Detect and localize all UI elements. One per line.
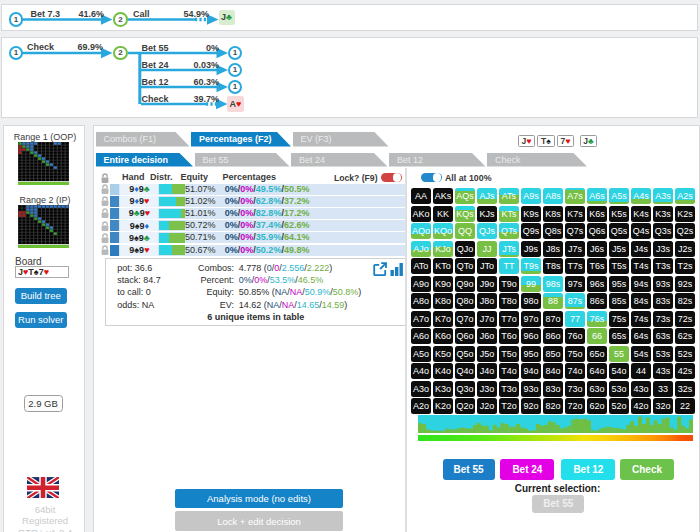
matrix-cell-J9o[interactable]: J9o [477, 276, 497, 292]
matrix-cell-98s[interactable]: 98s [543, 276, 563, 292]
matrix-cell-A7s[interactable]: A7s [565, 188, 585, 204]
matrix-cell-J5o[interactable]: J5o [477, 346, 497, 362]
row-lock-icon[interactable] [100, 184, 110, 195]
table-row[interactable]: 9♠9♦50.72%0%/0%/37.4%/62.6% [94, 220, 407, 231]
matrix-cell-94s[interactable]: 94s [631, 276, 651, 292]
matrix-cell-T4s[interactable]: T4s [631, 258, 651, 274]
matrix-cell-K2o[interactable]: K2o [433, 398, 453, 414]
matrix-cell-Q9o[interactable]: Q9o [455, 276, 475, 292]
lock-edit-button[interactable]: Lock + edit decision [175, 511, 343, 531]
matrix-cell-86o[interactable]: 86o [543, 328, 563, 344]
matrix-cell-86s[interactable]: 86s [587, 293, 607, 309]
matrix-cell-93o[interactable]: 93o [521, 381, 541, 397]
range2-preview-grid[interactable] [18, 205, 69, 248]
matrix-cell-Q5s[interactable]: Q5s [609, 223, 629, 239]
select-action-bet-12[interactable]: Bet 12 [561, 459, 615, 480]
tree2-branch-action[interactable]: Bet 12 [142, 77, 169, 87]
range1-preview-grid[interactable] [18, 142, 69, 185]
matrix-cell-JTs[interactable]: JTs [499, 241, 519, 257]
matrix-cell-A6s[interactable]: A6s [587, 188, 607, 204]
matrix-cell-88[interactable]: 88 [543, 293, 563, 309]
matrix-cell-52o[interactable]: 52o [609, 398, 629, 414]
matrix-cell-Q5o[interactable]: Q5o [455, 346, 475, 362]
matrix-cell-J6s[interactable]: J6s [587, 241, 607, 257]
row-lock-icon[interactable] [100, 208, 110, 219]
matrix-cell-T5s[interactable]: T5s [609, 258, 629, 274]
node-tab-bet-12[interactable]: Bet 12 [389, 153, 486, 167]
matrix-cell-83o[interactable]: 83o [543, 381, 563, 397]
matrix-cell-JJ[interactable]: JJ [477, 241, 497, 257]
matrix-cell-A2o[interactable]: A2o [411, 398, 431, 414]
matrix-cell-K8o[interactable]: K8o [433, 293, 453, 309]
matrix-cell-ATo[interactable]: ATo [411, 258, 431, 274]
analysis-mode-button[interactable]: Analysis mode (no edits) [175, 489, 343, 509]
matrix-cell-J7s[interactable]: J7s [565, 241, 585, 257]
matrix-cell-97s[interactable]: 97s [565, 276, 585, 292]
matrix-cell-92s[interactable]: 92s [675, 276, 695, 292]
matrix-cell-96o[interactable]: 96o [521, 328, 541, 344]
matrix-cell-53o[interactable]: 53o [609, 381, 629, 397]
matrix-cell-K9o[interactable]: K9o [433, 276, 453, 292]
matrix-cell-Q8o[interactable]: Q8o [455, 293, 475, 309]
matrix-cell-Q7s[interactable]: Q7s [565, 223, 585, 239]
matrix-cell-95s[interactable]: 95s [609, 276, 629, 292]
matrix-cell-52s[interactable]: 52s [675, 346, 695, 362]
matrix-cell-32o[interactable]: 32o [653, 398, 673, 414]
matrix-cell-T5o[interactable]: T5o [499, 346, 519, 362]
matrix-cell-43o[interactable]: 43o [631, 381, 651, 397]
matrix-cell-T6o[interactable]: T6o [499, 328, 519, 344]
matrix-cell-K5s[interactable]: K5s [609, 206, 629, 222]
matrix-cell-ATs[interactable]: ATs [499, 188, 519, 204]
matrix-cell-92o[interactable]: 92o [521, 398, 541, 414]
matrix-cell-84s[interactable]: 84s [631, 293, 651, 309]
matrix-cell-Q7o[interactable]: Q7o [455, 311, 475, 327]
matrix-cell-TT[interactable]: TT [499, 258, 519, 274]
matrix-cell-84o[interactable]: 84o [543, 363, 563, 379]
matrix-cell-55[interactable]: 55 [609, 346, 629, 362]
matrix-cell-AQo[interactable]: AQo [411, 223, 431, 239]
matrix-cell-A3s[interactable]: A3s [653, 188, 673, 204]
matrix-cell-KTs[interactable]: KTs [499, 206, 519, 222]
matrix-cell-K7o[interactable]: K7o [433, 311, 453, 327]
matrix-cell-74s[interactable]: 74s [631, 311, 651, 327]
row-lock-icon[interactable] [100, 245, 110, 256]
matrix-cell-Q2s[interactable]: Q2s [675, 223, 695, 239]
matrix-cell-AKo[interactable]: AKo [411, 206, 431, 222]
matrix-cell-J3o[interactable]: J3o [477, 381, 497, 397]
matrix-cell-65s[interactable]: 65s [609, 328, 629, 344]
matrix-cell-93s[interactable]: 93s [653, 276, 673, 292]
matrix-cell-97o[interactable]: 97o [521, 311, 541, 327]
matrix-cell-K6s[interactable]: K6s [587, 206, 607, 222]
run-solver-button[interactable]: Run solver [15, 312, 68, 328]
matrix-cell-A4s[interactable]: A4s [631, 188, 651, 204]
tab-combos-f1-[interactable]: Combos (F1) [96, 132, 190, 147]
matrix-cell-J5s[interactable]: J5s [609, 241, 629, 257]
select-action-bet-24[interactable]: Bet 24 [500, 459, 554, 480]
matrix-cell-KJs[interactable]: KJs [477, 206, 497, 222]
matrix-cell-T3o[interactable]: T3o [499, 381, 519, 397]
matrix-cell-K9s[interactable]: K9s [521, 206, 541, 222]
matrix-cell-Q3o[interactable]: Q3o [455, 381, 475, 397]
matrix-cell-85s[interactable]: 85s [609, 293, 629, 309]
matrix-cell-T2o[interactable]: T2o [499, 398, 519, 414]
matrix-cell-J2o[interactable]: J2o [477, 398, 497, 414]
node-tab-bet-55[interactable]: Bet 55 [195, 153, 290, 167]
matrix-cell-42o[interactable]: 42o [631, 398, 651, 414]
matrix-cell-Q2o[interactable]: Q2o [455, 398, 475, 414]
matrix-cell-53s[interactable]: 53s [653, 346, 673, 362]
matrix-cell-J8s[interactable]: J8s [543, 241, 563, 257]
tree1-leaf-card[interactable]: J♣ [219, 10, 235, 26]
row-lock-icon[interactable] [100, 221, 110, 232]
matrix-cell-K7s[interactable]: K7s [565, 206, 585, 222]
matrix-cell-42s[interactable]: 42s [675, 363, 695, 379]
matrix-cell-T8o[interactable]: T8o [499, 293, 519, 309]
matrix-cell-82s[interactable]: 82s [675, 293, 695, 309]
popout-icon[interactable] [372, 261, 388, 277]
matrix-cell-96s[interactable]: 96s [587, 276, 607, 292]
matrix-cell-JTo[interactable]: JTo [477, 258, 497, 274]
tab-percentages-f2-[interactable]: Percentages (F2) [191, 132, 291, 147]
tree2-edge1-action[interactable]: Check [27, 42, 54, 52]
matrix-cell-A6o[interactable]: A6o [411, 328, 431, 344]
matrix-cell-76o[interactable]: 76o [565, 328, 585, 344]
matrix-cell-98o[interactable]: 98o [521, 293, 541, 309]
